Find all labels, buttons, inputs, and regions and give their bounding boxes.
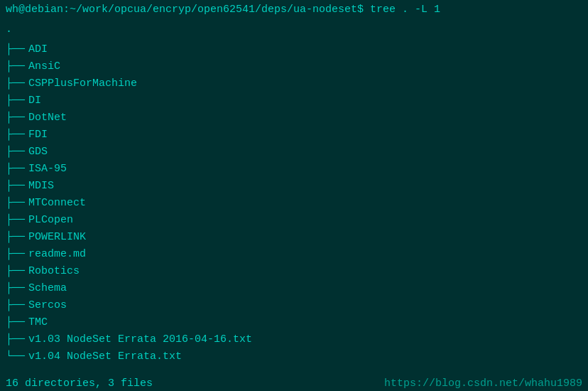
tree-line: ├──CSPPlusForMachine	[6, 75, 582, 92]
tree-item-name: GDS	[28, 144, 48, 161]
tree-line: ├──Schema	[6, 280, 582, 297]
tree-item-name: Schema	[28, 280, 67, 297]
tree-branch-icon: ├──	[6, 92, 26, 109]
tree-line: ├──PLCopen	[6, 212, 582, 229]
tree-line: ├──POWERLINK	[6, 229, 582, 246]
tree-item-name: readme.md	[28, 246, 86, 263]
footer: 16 directories, 3 files https://blog.csd…	[0, 376, 588, 391]
tree-item-name: DI	[28, 92, 41, 109]
tree-line: ├──v1.03 NodeSet Errata 2016-04-16.txt	[6, 331, 582, 348]
tree-item-name: POWERLINK	[28, 229, 86, 246]
tree-branch-icon: ├──	[6, 127, 26, 144]
tree-branch-icon: ├──	[6, 212, 26, 229]
tree-item-name: DotNet	[28, 109, 67, 127]
tree-content: ├──ADI├──AnsiC├──CSPPlusForMachine├──DI├…	[0, 40, 588, 367]
tree-branch-icon: ├──	[6, 314, 26, 331]
tree-line: └──v1.04 NodeSet Errata.txt	[6, 348, 582, 365]
tree-branch-icon: ├──	[6, 41, 26, 58]
tree-branch-icon: ├──	[6, 178, 26, 195]
tree-branch-icon: ├──	[6, 280, 26, 297]
tree-line: ├──Robotics	[6, 263, 582, 280]
tree-branch-icon: ├──	[6, 144, 26, 161]
dot-line: .	[0, 20, 588, 40]
tree-line: ├──MTConnect	[6, 195, 582, 212]
tree-line: ├──ADI	[6, 41, 582, 58]
tree-line: ├──Sercos	[6, 297, 582, 314]
tree-branch-icon: └──	[6, 348, 26, 365]
tree-item-name: CSPPlusForMachine	[28, 75, 137, 92]
dot-text: .	[6, 23, 12, 36]
tree-branch-icon: ├──	[6, 263, 26, 280]
tree-item-name: AnsiC	[28, 58, 60, 75]
tree-line: ├──MDIS	[6, 178, 582, 195]
tree-branch-icon: ├──	[6, 161, 26, 178]
tree-branch-icon: ├──	[6, 246, 26, 263]
tree-item-name: PLCopen	[28, 212, 73, 229]
tree-branch-icon: ├──	[6, 195, 26, 212]
tree-item-name: TMC	[28, 314, 48, 331]
tree-line: ├──ISA-95	[6, 161, 582, 178]
tree-branch-icon: ├──	[6, 297, 26, 314]
tree-item-name: MDIS	[28, 178, 54, 195]
tree-item-name: MTConnect	[28, 195, 86, 212]
tree-line: ├──DI	[6, 92, 582, 109]
tree-line: ├──DotNet	[6, 109, 582, 127]
footer-url: https://blog.csdn.net/whahu1989	[384, 377, 582, 390]
footer-stats: 16 directories, 3 files	[6, 377, 153, 390]
tree-branch-icon: ├──	[6, 331, 26, 348]
tree-line: ├──AnsiC	[6, 58, 582, 75]
tree-branch-icon: ├──	[6, 229, 26, 246]
tree-branch-icon: ├──	[6, 75, 26, 92]
tree-item-name: Robotics	[28, 263, 80, 280]
tree-item-name: ADI	[28, 41, 48, 58]
tree-line: ├──TMC	[6, 314, 582, 331]
prompt-text: wh@debian:~/work/opcua/encryp/open62541/…	[6, 4, 440, 16]
tree-branch-icon: ├──	[6, 58, 26, 75]
tree-item-name: Sercos	[28, 297, 67, 314]
tree-line: ├──FDI	[6, 127, 582, 144]
tree-line: ├──readme.md	[6, 246, 582, 263]
terminal: wh@debian:~/work/opcua/encryp/open62541/…	[0, 0, 588, 391]
tree-item-name: ISA-95	[28, 161, 67, 178]
tree-branch-icon: ├──	[6, 109, 26, 127]
header-line: wh@debian:~/work/opcua/encryp/open62541/…	[0, 0, 588, 20]
tree-line: ├──GDS	[6, 144, 582, 161]
tree-item-name: FDI	[28, 127, 48, 144]
tree-item-name: v1.03 NodeSet Errata 2016-04-16.txt	[28, 331, 252, 348]
tree-item-name: v1.04 NodeSet Errata.txt	[28, 348, 182, 365]
